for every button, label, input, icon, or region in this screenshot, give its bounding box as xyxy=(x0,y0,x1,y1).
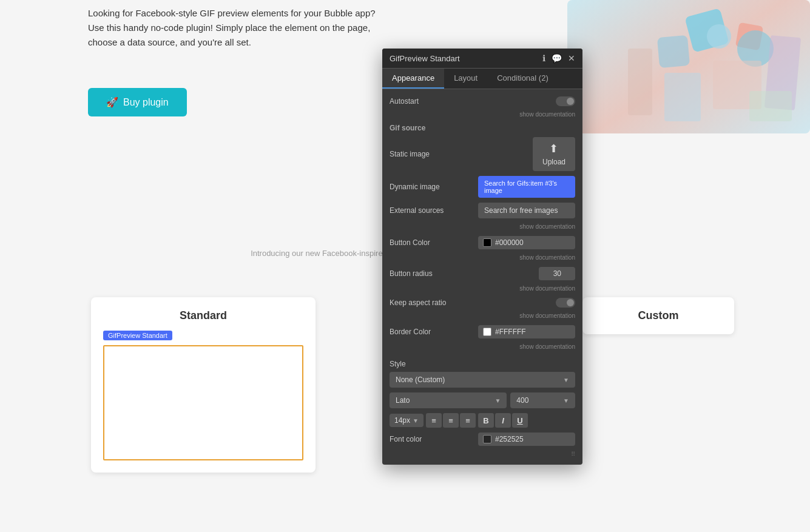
panel-body: Autostart show documentation Gif source … xyxy=(382,89,582,465)
button-radius-row: Button radius xyxy=(390,267,575,280)
font-color-field[interactable]: #252525 xyxy=(478,433,575,446)
button-color-field[interactable]: #000000 xyxy=(478,236,575,249)
dynamic-image-row: Dynamic image Search for Gifs:item #3's … xyxy=(390,176,575,198)
external-sources-show-doc[interactable]: show documentation xyxy=(390,223,575,230)
align-right-button[interactable]: ≡ xyxy=(460,413,476,428)
style-dropdown-arrow: ▼ xyxy=(563,377,569,383)
svg-rect-2 xyxy=(657,35,690,68)
tab-appearance[interactable]: Appearance xyxy=(382,69,444,89)
keep-aspect-show-doc[interactable]: show documentation xyxy=(390,312,575,319)
upload-label: Upload xyxy=(542,158,565,166)
border-color-row: Border Color #FFFFFF xyxy=(390,325,575,338)
resize-area: ⠿ xyxy=(390,451,575,457)
button-color-row: Button Color #000000 xyxy=(390,236,575,249)
font-color-label: Font color xyxy=(390,435,478,443)
external-sources-field[interactable]: Search for free images xyxy=(478,203,575,218)
resize-handle[interactable]: ⠿ xyxy=(571,451,575,457)
align-center-button[interactable]: ≡ xyxy=(443,413,459,428)
align-left-button[interactable]: ≡ xyxy=(426,413,442,428)
gif-source-label: Gif source xyxy=(390,124,575,132)
tab-conditional[interactable]: Conditional (2) xyxy=(487,69,558,89)
style-section: Style None (Custom) ▼ xyxy=(390,360,575,388)
font-weight-value: 400 xyxy=(516,396,528,405)
isometric-illustration xyxy=(567,0,810,133)
button-radius-field[interactable] xyxy=(539,267,575,280)
static-image-label: Static image xyxy=(390,150,482,158)
font-family-dropdown[interactable]: Lato ▼ xyxy=(390,392,507,408)
static-image-control: ⬆ Upload xyxy=(482,137,575,171)
standard-preview-box xyxy=(103,345,303,460)
hero-text-block: Looking for Facebook-style GIF preview e… xyxy=(88,6,379,50)
format-buttons: B I U xyxy=(478,413,528,428)
button-color-label: Button Color xyxy=(390,238,478,247)
hero-description: Looking for Facebook-style GIF preview e… xyxy=(88,6,379,50)
border-color-show-doc[interactable]: show documentation xyxy=(390,343,575,350)
external-sources-control: Search for free images xyxy=(478,203,575,218)
gif-preview-panel: GifPreview Standart ℹ 💬 ✕ Appearance Lay… xyxy=(382,49,582,465)
autostart-show-doc[interactable]: show documentation xyxy=(390,111,575,118)
button-radius-label: Button radius xyxy=(390,269,482,278)
keep-aspect-ratio-toggle[interactable] xyxy=(556,298,575,308)
border-color-label: Border Color xyxy=(390,328,478,336)
button-color-control: #000000 xyxy=(478,236,575,249)
dynamic-image-control: Search for Gifs:item #3's image xyxy=(478,176,575,198)
size-dropdown-arrow: ▼ xyxy=(413,417,419,424)
italic-button[interactable]: I xyxy=(495,413,511,428)
button-radius-control xyxy=(482,267,575,280)
svg-rect-6 xyxy=(664,73,701,121)
button-color-show-doc[interactable]: show documentation xyxy=(390,254,575,261)
dynamic-image-label: Dynamic image xyxy=(390,183,478,191)
border-color-control: #FFFFFF xyxy=(478,325,575,338)
underline-button[interactable]: U xyxy=(512,413,528,428)
buy-plugin-label: Buy plugin xyxy=(123,97,169,108)
autostart-toggle[interactable] xyxy=(556,96,575,106)
border-color-value: #FFFFFF xyxy=(495,328,526,336)
comment-icon[interactable]: 💬 xyxy=(552,53,562,63)
font-size-dropdown[interactable]: 14px ▼ xyxy=(390,414,424,427)
font-color-control: #252525 xyxy=(478,433,575,446)
weight-dropdown-arrow: ▼ xyxy=(563,397,569,404)
info-icon[interactable]: ℹ xyxy=(542,53,545,63)
standard-card: Standard GifPreview Standart xyxy=(91,297,316,473)
hero-image xyxy=(567,0,810,133)
button-color-swatch xyxy=(483,238,491,247)
custom-card-title: Custom xyxy=(595,309,722,322)
keep-aspect-ratio-label: Keep aspect ratio xyxy=(390,298,482,307)
svg-point-8 xyxy=(707,24,731,49)
style-dropdown[interactable]: None (Custom) ▼ xyxy=(390,372,575,388)
font-size-value: 14px xyxy=(394,416,410,425)
button-radius-show-doc[interactable]: show documentation xyxy=(390,285,575,292)
tab-layout[interactable]: Layout xyxy=(444,69,487,89)
font-color-row: Font color #252525 xyxy=(390,433,575,446)
font-dropdown-arrow: ▼ xyxy=(494,397,501,404)
font-color-swatch xyxy=(483,435,491,443)
bold-button[interactable]: B xyxy=(478,413,494,428)
custom-card-inner: Custom xyxy=(582,297,734,334)
panel-header-icons: ℹ 💬 ✕ xyxy=(542,53,575,63)
isometric-svg xyxy=(567,0,810,133)
close-icon[interactable]: ✕ xyxy=(568,53,575,63)
font-row: Lato ▼ 400 ▼ xyxy=(390,392,575,408)
custom-card: Custom xyxy=(582,297,734,334)
panel-header: GifPreview Standart ℹ 💬 ✕ xyxy=(382,49,582,69)
font-color-value: #252525 xyxy=(495,435,524,443)
toggle-knob xyxy=(567,98,574,105)
button-color-value: #000000 xyxy=(495,238,524,247)
align-buttons: ≡ ≡ ≡ xyxy=(426,413,476,428)
font-weight-dropdown[interactable]: 400 ▼ xyxy=(510,392,575,408)
border-color-field[interactable]: #FFFFFF xyxy=(478,325,575,338)
panel-tabs: Appearance Layout Conditional (2) xyxy=(382,69,582,89)
border-color-swatch xyxy=(483,328,491,336)
buy-plugin-button[interactable]: 🚀 Buy plugin xyxy=(88,88,187,116)
external-sources-label: External sources xyxy=(390,206,478,215)
autostart-control xyxy=(482,96,575,106)
upload-icon: ⬆ xyxy=(549,142,558,155)
keep-aspect-ratio-control xyxy=(482,298,575,308)
dynamic-image-field[interactable]: Search for Gifs:item #3's image xyxy=(478,176,575,198)
style-value: None (Custom) xyxy=(396,375,445,384)
upload-button[interactable]: ⬆ Upload xyxy=(533,137,575,171)
keep-aspect-ratio-row: Keep aspect ratio xyxy=(390,298,575,308)
svg-rect-9 xyxy=(749,91,792,121)
preview-label: GifPreview Standart xyxy=(103,331,172,340)
static-image-row: Static image ⬆ Upload xyxy=(390,137,575,171)
